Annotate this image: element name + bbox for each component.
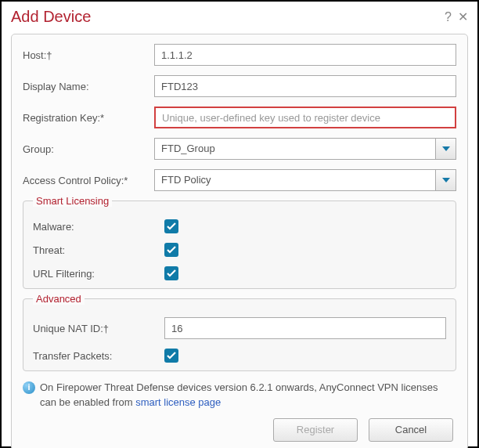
dialog-title: Add Device (11, 8, 438, 26)
registration-key-input[interactable] (154, 107, 456, 128)
nat-id-input[interactable] (164, 317, 446, 339)
threat-checkbox[interactable] (164, 243, 178, 257)
info-text: On Firepower Threat Defense devices vers… (40, 381, 456, 410)
host-label: Host:† (23, 49, 154, 61)
malware-label: Malware: (33, 221, 164, 233)
threat-label: Threat: (33, 244, 164, 256)
host-input[interactable] (154, 44, 456, 66)
display-name-input[interactable] (154, 75, 456, 97)
acp-select[interactable]: FTD Policy (154, 169, 456, 191)
help-icon[interactable]: ? (445, 11, 452, 23)
advanced-group: Advanced Unique NAT ID:† Transfer Packet… (23, 298, 456, 371)
acp-select-value: FTD Policy (155, 170, 435, 190)
group-select[interactable]: FTD_Group (154, 138, 456, 160)
url-filtering-checkbox[interactable] (164, 266, 178, 280)
transfer-packets-label: Transfer Packets: (33, 350, 164, 362)
registration-key-label: Registration Key:* (23, 112, 154, 124)
url-filtering-label: URL Filtering: (33, 268, 164, 280)
register-button[interactable]: Register (273, 418, 358, 442)
info-icon: i (23, 381, 35, 394)
smart-license-link[interactable]: smart license page (135, 396, 221, 408)
titlebar: Add Device ? ✕ (2, 2, 477, 31)
malware-checkbox[interactable] (164, 219, 178, 233)
acp-label: Access Control Policy:* (23, 175, 154, 186)
dialog-buttons: Register Cancel (23, 418, 456, 442)
cancel-button[interactable]: Cancel (369, 418, 453, 442)
dialog-body: Host:† Display Name: Registration Key:* … (11, 34, 468, 448)
chevron-down-icon[interactable] (435, 170, 456, 190)
smart-licensing-legend: Smart Licensing (33, 195, 112, 207)
advanced-legend: Advanced (33, 293, 85, 305)
info-note: i On Firepower Threat Defense devices ve… (23, 381, 456, 410)
close-icon[interactable]: ✕ (458, 11, 468, 23)
info-text-body: On Firepower Threat Defense devices vers… (40, 381, 438, 408)
nat-id-label: Unique NAT ID:† (33, 323, 164, 334)
group-select-value: FTD_Group (155, 139, 435, 159)
smart-licensing-group: Smart Licensing Malware: Threat: URL Fil… (23, 201, 456, 289)
display-name-label: Display Name: (23, 81, 154, 92)
add-device-dialog: Add Device ? ✕ Host:† Display Name: Regi… (0, 0, 479, 448)
transfer-packets-checkbox[interactable] (164, 349, 178, 363)
group-label: Group: (23, 143, 154, 155)
chevron-down-icon[interactable] (435, 139, 456, 159)
